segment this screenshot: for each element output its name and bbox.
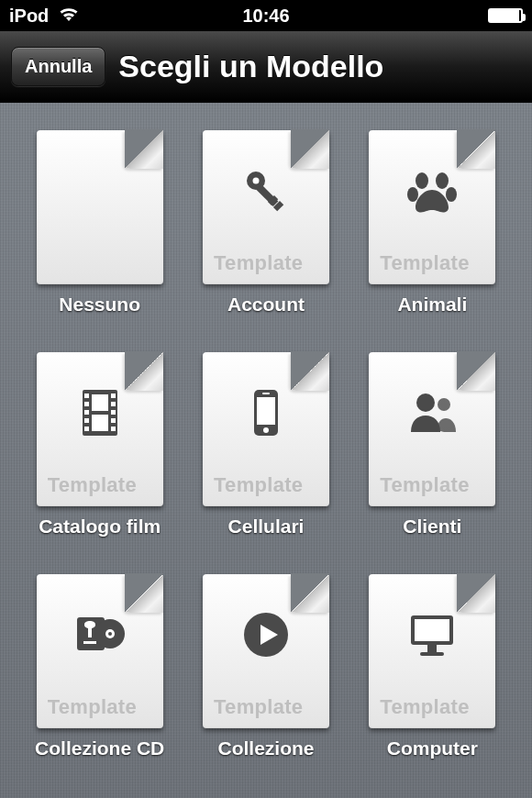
- template-label: Collezione: [217, 737, 314, 759]
- template-grid: TemplateNessunoTemplateAccountTemplateAn…: [0, 103, 532, 759]
- battery-icon: [488, 8, 523, 23]
- status-time: 10:46: [242, 6, 289, 27]
- template-item[interactable]: TemplateAnimali: [362, 130, 503, 316]
- template-badge: Template: [203, 473, 329, 506]
- template-item[interactable]: TemplateCellulari: [195, 352, 336, 538]
- template-label: Animali: [397, 294, 467, 316]
- template-thumbnail: Template: [203, 574, 329, 728]
- computer-icon: [369, 574, 495, 695]
- paw-icon: [369, 130, 495, 251]
- template-thumbnail: Template: [369, 130, 495, 284]
- template-item[interactable]: TemplateCollezione CD: [29, 574, 170, 759]
- page-title: Scegli un Modello: [118, 49, 383, 84]
- status-carrier: iPod: [9, 6, 49, 27]
- template-item[interactable]: TemplateNessuno: [29, 130, 170, 316]
- cancel-button[interactable]: Annulla: [11, 47, 105, 86]
- people-icon: [369, 352, 495, 473]
- template-thumbnail: Template: [37, 352, 163, 506]
- template-item[interactable]: TemplateClienti: [362, 352, 503, 538]
- nav-bar: Annulla Scegli un Modello: [0, 31, 532, 103]
- template-thumbnail: Template: [203, 352, 329, 506]
- template-label: Collezione CD: [35, 737, 164, 759]
- phone-icon: [203, 352, 329, 473]
- template-badge: Template: [369, 251, 495, 284]
- cd-icon: [37, 574, 163, 695]
- template-thumbnail: Template: [203, 130, 329, 284]
- key-icon: [203, 130, 329, 251]
- template-thumbnail: Template: [369, 574, 495, 728]
- template-label: Cellulari: [228, 515, 305, 538]
- template-badge: Template: [37, 695, 163, 728]
- status-bar: iPod 10:46: [0, 0, 532, 31]
- template-label: Account: [227, 294, 305, 316]
- template-thumbnail: Template: [37, 130, 163, 284]
- template-badge: Template: [37, 473, 163, 506]
- template-thumbnail: Template: [369, 352, 495, 506]
- template-label: Catalogo film: [39, 515, 161, 538]
- template-label: Clienti: [403, 515, 461, 538]
- none-icon: [37, 130, 163, 251]
- template-badge: Template: [369, 473, 495, 506]
- template-item[interactable]: TemplateCollezione: [195, 574, 336, 759]
- template-thumbnail: Template: [37, 574, 163, 728]
- template-item[interactable]: TemplateComputer: [362, 574, 503, 759]
- template-item[interactable]: TemplateAccount: [195, 130, 336, 316]
- template-label: Nessuno: [59, 294, 140, 316]
- play-icon: [203, 574, 329, 695]
- template-badge: Template: [203, 251, 329, 284]
- template-label: Computer: [387, 737, 478, 759]
- template-badge: Template: [369, 695, 495, 728]
- template-item[interactable]: TemplateCatalogo film: [29, 352, 170, 538]
- wifi-icon: [58, 6, 80, 27]
- content-area: TemplateNessunoTemplateAccountTemplateAn…: [0, 103, 532, 798]
- film-icon: [37, 352, 163, 473]
- template-badge: Template: [203, 695, 329, 728]
